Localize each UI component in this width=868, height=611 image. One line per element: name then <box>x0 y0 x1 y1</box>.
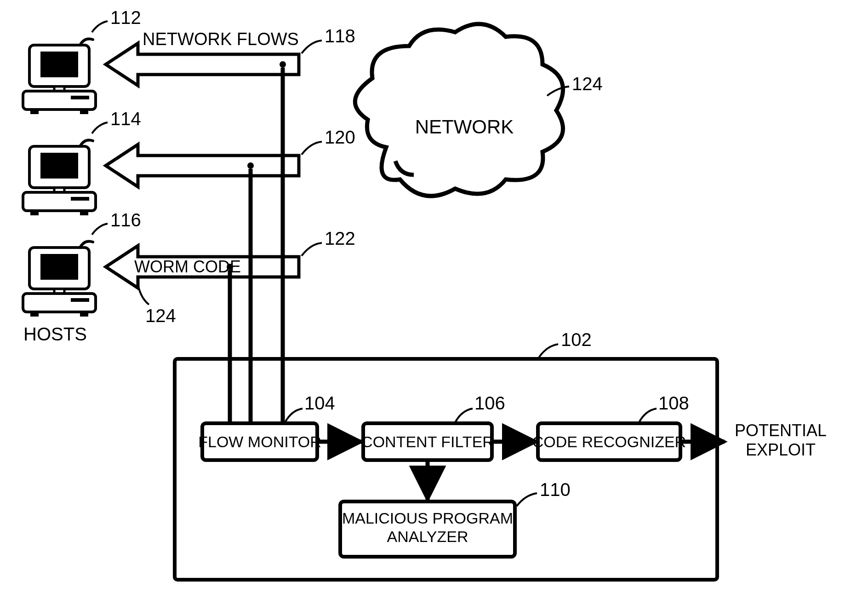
ref-leader-116 <box>92 224 108 235</box>
analyzer-label-2: ANALYZER <box>387 528 468 545</box>
ref-leader-104 <box>285 409 303 422</box>
worm-code-label: WORM CODE <box>134 257 241 276</box>
ref-leader-108 <box>639 409 657 422</box>
ref-leader-120 <box>302 142 322 155</box>
network-cloud <box>355 24 563 196</box>
ref-108: 108 <box>658 393 689 413</box>
ref-102: 102 <box>561 329 592 350</box>
ref-106: 106 <box>474 393 505 413</box>
ref-112: 112 <box>110 7 141 28</box>
ref-leader-122 <box>302 243 322 256</box>
ref-120: 120 <box>325 127 355 147</box>
host-computer-1 <box>23 39 96 115</box>
flow-monitor-label: FLOW MONITOR <box>198 433 321 450</box>
ref-124-arrow: 124 <box>145 306 176 326</box>
ref-leader-102 <box>538 344 558 359</box>
ref-110: 110 <box>540 479 571 500</box>
content-filter-label: CONTENT FILTER <box>361 433 494 450</box>
host-computer-2 <box>23 140 96 216</box>
diagram-root: 112 114 116 HOSTS NETWORK FLOWS 118 120 … <box>0 0 868 611</box>
ref-leader-124-arrow <box>138 284 149 305</box>
output-label-2: EXPLOIT <box>746 440 816 459</box>
analyzer-label-1: MALICIOUS PROGRAM <box>342 509 513 527</box>
output-label-1: POTENTIAL <box>735 421 827 440</box>
network-label: NETWORK <box>415 116 514 138</box>
network-flows-label: NETWORK FLOWS <box>143 29 299 49</box>
arrow-120 <box>106 144 299 187</box>
tap-dot-122 <box>227 264 233 270</box>
tap-dot-120 <box>247 162 254 169</box>
ref-leader-118 <box>302 40 322 53</box>
ref-116: 116 <box>110 210 141 230</box>
ref-leader-110 <box>517 493 537 506</box>
hosts-label: HOSTS <box>23 324 87 344</box>
ref-104: 104 <box>304 393 335 413</box>
ref-cloud-124: 124 <box>572 74 603 94</box>
arrow-network-flows <box>106 43 299 86</box>
code-recognizer-label: CODE RECOGNIZER <box>532 433 686 450</box>
ref-leader-106 <box>455 409 473 422</box>
ref-114: 114 <box>110 109 141 129</box>
ref-122: 122 <box>325 228 355 248</box>
ref-118: 118 <box>325 26 355 46</box>
tap-dot-118 <box>280 61 286 68</box>
ref-leader-114 <box>92 122 108 133</box>
host-computer-3 <box>23 242 96 317</box>
ref-leader-112 <box>92 21 108 32</box>
